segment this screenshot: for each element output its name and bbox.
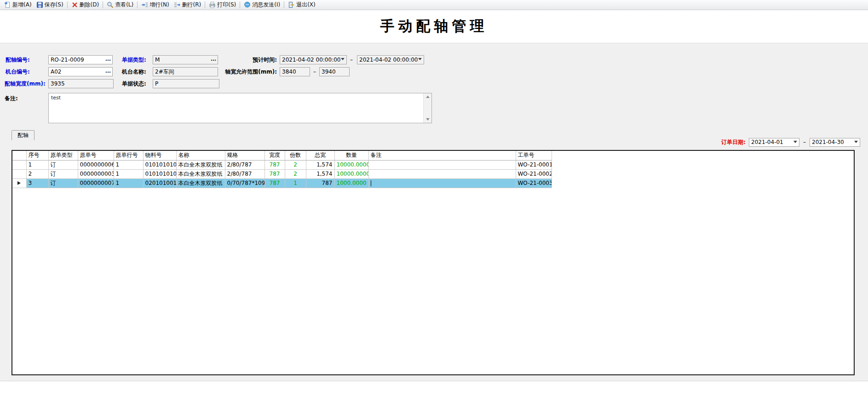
table-row[interactable]: 1订00000000061010101010本白全木浆双胶纸2/80/78778… bbox=[12, 160, 552, 169]
grid-header-cell[interactable]: 序号 bbox=[26, 151, 48, 160]
grid-header-cell[interactable]: 工单号 bbox=[516, 151, 552, 160]
row-indicator-cell[interactable] bbox=[12, 169, 26, 178]
doc-type-field[interactable]: M … bbox=[153, 55, 218, 64]
remark-label: 备注: bbox=[5, 94, 18, 103]
pz-width-field[interactable]: 3935 bbox=[48, 79, 114, 88]
grid-cell[interactable]: 1 bbox=[114, 169, 143, 178]
grid-header-cell[interactable]: 宽度 bbox=[264, 151, 285, 160]
grid-cell[interactable]: 2 bbox=[285, 160, 306, 169]
grid-cell[interactable]: 0/70/787*1092 bbox=[225, 178, 264, 188]
width-range-min-field[interactable]: 3840 bbox=[280, 67, 310, 76]
toolbar-button-view[interactable]: 查看(L) bbox=[104, 0, 136, 9]
current-row-arrow-icon bbox=[17, 181, 21, 185]
scroll-down-icon[interactable] bbox=[424, 116, 431, 123]
grid-cell[interactable] bbox=[368, 169, 516, 178]
grid-cell[interactable]: 本白全木浆双胶纸 bbox=[176, 169, 225, 178]
delete-row-icon bbox=[174, 1, 181, 8]
toolbar-separator bbox=[103, 1, 103, 8]
grid-cell[interactable]: WO-21-0003 bbox=[516, 178, 552, 188]
grid-header-cell[interactable]: 规格 bbox=[225, 151, 264, 160]
toolbar-button-new[interactable]: 新增(A) bbox=[2, 0, 34, 9]
grid-cell[interactable]: 010101010 bbox=[143, 160, 176, 169]
chevron-down-icon[interactable] bbox=[418, 58, 422, 60]
chevron-down-icon[interactable] bbox=[341, 58, 345, 60]
est-time-to-picker[interactable]: 2021-04-02 00:00:00 bbox=[357, 55, 424, 64]
toolbar-button-delete-row[interactable]: 删行(R) bbox=[172, 0, 204, 9]
chevron-down-icon[interactable] bbox=[854, 141, 858, 143]
toolbar-button-exit[interactable]: 退出(X) bbox=[286, 0, 318, 9]
toolbar-button-print[interactable]: 打印(S) bbox=[207, 0, 238, 9]
table-row[interactable]: 3订00000000071020101001本白全木浆双胶纸0/70/787*1… bbox=[12, 178, 552, 188]
grid-header-cell[interactable]: 数量 bbox=[334, 151, 368, 160]
grid-cell[interactable]: 1,574 bbox=[306, 169, 334, 178]
grid-cell[interactable]: 0000000003 bbox=[78, 169, 114, 178]
grid-cell[interactable]: 1 bbox=[114, 160, 143, 169]
grid-header-cell[interactable]: 物料号 bbox=[143, 151, 176, 160]
grid-header-cell[interactable]: 原单行号 bbox=[114, 151, 143, 160]
grid-cell[interactable]: 010101010 bbox=[143, 169, 176, 178]
toolbar-button-save[interactable]: 保存(S) bbox=[34, 0, 66, 9]
grid-cell[interactable]: 1 bbox=[114, 178, 143, 188]
grid-cell[interactable]: 10000.0000 bbox=[334, 160, 368, 169]
grid-cell[interactable]: 订 bbox=[48, 160, 78, 169]
doc-status-field[interactable]: P bbox=[153, 79, 219, 88]
machine-no-field[interactable]: A02 … bbox=[48, 67, 113, 76]
grid-cell[interactable]: 1 bbox=[26, 160, 48, 169]
grid-cell[interactable]: 787 bbox=[264, 160, 285, 169]
width-range-max-field[interactable]: 3940 bbox=[319, 67, 350, 76]
grid-cell[interactable]: 787 bbox=[264, 169, 285, 178]
row-indicator-cell[interactable] bbox=[12, 160, 26, 169]
grid-cell[interactable] bbox=[368, 160, 516, 169]
pz-no-field[interactable]: RO-21-0009 … bbox=[48, 55, 113, 64]
grid-header-cell[interactable]: 名称 bbox=[176, 151, 225, 160]
grid-cell[interactable]: 787 bbox=[306, 178, 334, 188]
table-row[interactable]: 2订00000000031010101010本白全木浆双胶纸2/80/78778… bbox=[12, 169, 552, 178]
add-row-icon bbox=[141, 1, 148, 8]
grid-cell[interactable]: 3 bbox=[26, 178, 48, 188]
toolbar-button-add-row[interactable]: 增行(N) bbox=[139, 0, 171, 9]
toolbar-button-label: 打印(S) bbox=[217, 1, 236, 9]
grid-cell[interactable]: 本白全木浆双胶纸 bbox=[176, 160, 225, 169]
grid-cell[interactable]: 1000.0000 bbox=[334, 178, 368, 188]
row-indicator-cell[interactable] bbox=[12, 178, 26, 188]
order-date-to-picker[interactable]: 2021-04-30 bbox=[810, 138, 860, 147]
new-icon bbox=[4, 1, 11, 8]
tab-peizhou[interactable]: 配轴 bbox=[11, 130, 34, 140]
grid-cell[interactable]: 0000000006 bbox=[78, 160, 114, 169]
grid-cell[interactable]: WO-21-0002 bbox=[516, 169, 552, 178]
chevron-down-icon[interactable] bbox=[793, 141, 797, 143]
pz-no-label: 配轴编号: bbox=[6, 55, 30, 64]
grid-cell[interactable]: WO-21-0001 bbox=[516, 160, 552, 169]
grid-cell[interactable]: 1,574 bbox=[306, 160, 334, 169]
toolbar-button-message[interactable]: 消息发送(I) bbox=[241, 0, 282, 9]
toolbar-button-delete[interactable]: 删除(D) bbox=[69, 0, 102, 9]
grid-cell[interactable]: 787 bbox=[264, 178, 285, 188]
grid-header-cell[interactable]: 原单类型 bbox=[48, 151, 78, 160]
grid-cell[interactable]: 2 bbox=[26, 169, 48, 178]
grid-cell[interactable]: 订 bbox=[48, 169, 78, 178]
grid-cell[interactable]: 1 bbox=[285, 178, 306, 188]
machine-no-lookup-button[interactable]: … bbox=[105, 67, 111, 75]
grid-cell[interactable]: 2/80/787 bbox=[225, 160, 264, 169]
grid-cell[interactable] bbox=[368, 178, 516, 188]
grid-header-cell[interactable]: 总宽 bbox=[306, 151, 334, 160]
machine-name-field[interactable]: 2#车间 bbox=[153, 67, 218, 76]
grid-header-cell[interactable]: 原单号 bbox=[78, 151, 114, 160]
remark-scrollbar[interactable] bbox=[423, 93, 431, 123]
grid-header-cell[interactable]: 份数 bbox=[285, 151, 306, 160]
grid-header-cell[interactable]: 备注 bbox=[368, 151, 516, 160]
grid-cell[interactable]: 订 bbox=[48, 178, 78, 188]
order-date-from-picker[interactable]: 2021-04-01 bbox=[749, 138, 799, 147]
grid-cell[interactable]: 2 bbox=[285, 169, 306, 178]
grid-cell[interactable]: 本白全木浆双胶纸 bbox=[176, 178, 225, 188]
pz-no-lookup-button[interactable]: … bbox=[105, 55, 111, 63]
grid-cell[interactable]: 2/80/787 bbox=[225, 169, 264, 178]
scroll-up-icon[interactable] bbox=[424, 93, 431, 100]
doc-type-lookup-button[interactable]: … bbox=[211, 55, 217, 63]
est-time-from-picker[interactable]: 2021-04-02 00:00:00 bbox=[280, 55, 347, 64]
remark-textarea[interactable]: test bbox=[48, 93, 432, 123]
grid-cell[interactable]: 0000000007 bbox=[78, 178, 114, 188]
grid-cell[interactable]: 020101001 bbox=[143, 178, 176, 188]
grid-cell[interactable]: 10000.0000 bbox=[334, 169, 368, 178]
toolbar-button-label: 删行(R) bbox=[182, 1, 201, 9]
